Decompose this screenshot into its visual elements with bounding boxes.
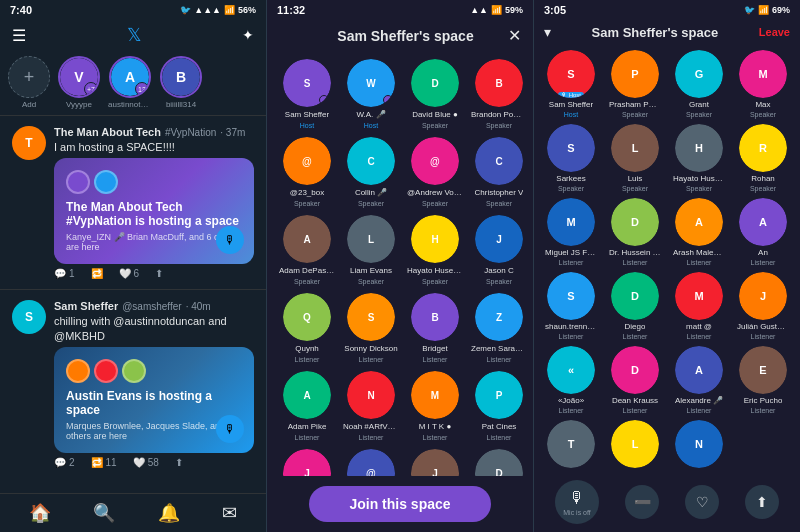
p3-avatar-wrap: J	[739, 272, 787, 320]
card-avatar	[94, 359, 118, 383]
reply-action-1[interactable]: 💬 1	[54, 268, 75, 279]
signal-icon-p3: 📶	[758, 5, 769, 15]
space-item-2[interactable]: B biiiilll314	[160, 56, 202, 109]
participant-name: @23_box	[290, 188, 324, 197]
participant-role: Speaker	[486, 278, 512, 285]
nav-search[interactable]: 🔍	[93, 502, 115, 524]
tweet-1[interactable]: T The Man About Tech #VypNation · 37m I …	[0, 118, 266, 287]
p3-avatar-wrap: R	[739, 124, 787, 172]
nav-notifications[interactable]: 🔔	[158, 502, 180, 524]
p3-participant-item: T Tyler Ashford Listener	[542, 420, 600, 472]
p3-name: Prasham Parikh	[609, 100, 661, 109]
p3-participant-item: M Miguel JS FerreiraD Listener	[542, 198, 600, 266]
share-action-2[interactable]: ⬆	[175, 457, 183, 468]
participant-role: Listener	[359, 356, 384, 363]
leave-button[interactable]: Leave	[759, 26, 790, 38]
space-item-1[interactable]: A 13 austinnotduncan	[108, 56, 152, 109]
mic-button[interactable]: 🎙 Mic is off	[555, 480, 599, 524]
nav-home[interactable]: 🏠	[29, 502, 51, 524]
share-action-1[interactable]: ⬆	[155, 268, 163, 279]
p3-participant-item: A Alexandre 🎤 Listener	[670, 346, 728, 414]
participant-name: Adam Pike	[288, 422, 327, 431]
share-button[interactable]: ⬆	[745, 485, 779, 519]
tweet-avatar-1: T	[12, 126, 46, 160]
p3-avatar-wrap: N	[675, 420, 723, 468]
join-space-button[interactable]: Join this space	[309, 486, 490, 522]
p3-name: matt @	[686, 322, 712, 331]
reply-action-2[interactable]: 💬 2	[54, 457, 75, 468]
participant-avatar-wrap: L	[347, 215, 395, 263]
menu-icon[interactable]: ☰	[12, 26, 26, 45]
p3-role: Host	[564, 111, 578, 118]
participant-item: P Pat Cines Listener	[471, 371, 527, 441]
p3-name: Dr. Hussein Elzei...	[609, 248, 661, 257]
p3-role: Listener	[623, 333, 648, 340]
p3-avatar-wrap: T	[547, 420, 595, 468]
retweet-action-1[interactable]: 🔁	[91, 268, 103, 279]
p3-avatar: J	[739, 272, 787, 320]
space-add-item[interactable]: + Add	[8, 56, 50, 109]
participant-name: @Andrew Voirol ●	[407, 188, 463, 197]
space-item-0[interactable]: V +7 Vyyype	[58, 56, 100, 109]
time-p1: 7:40	[10, 4, 32, 16]
p3-participant-item: M matt @ Listener	[670, 272, 728, 340]
tweet-name-1: The Man About Tech	[54, 126, 161, 138]
card-avatar	[122, 359, 146, 383]
participant-role: Listener	[359, 434, 384, 441]
p3-participant-item: L Lee Robards... Listener	[606, 420, 664, 472]
participant-item: @ @23_box Speaker	[279, 137, 335, 207]
time-p3: 3:05	[544, 4, 566, 16]
participant-role: Speaker	[422, 200, 448, 207]
like-action-1[interactable]: 🤍 6	[119, 268, 140, 279]
chevron-down-icon[interactable]: ▾	[544, 24, 551, 40]
sparkle-icon[interactable]: ✦	[242, 27, 254, 43]
participant-avatar-wrap: @	[283, 137, 331, 185]
participant-name: Noah #ARfVRf...	[343, 422, 399, 431]
card-participants-1	[66, 170, 242, 194]
participant-name: Hayato Huseman	[407, 266, 463, 275]
participant-role: Speaker	[294, 200, 320, 207]
p3-role: Speaker	[686, 111, 712, 118]
minus-button[interactable]: ➖	[625, 485, 659, 519]
like-action-2[interactable]: 🤍 58	[133, 457, 159, 468]
participant-avatar: H	[411, 215, 459, 263]
space-label-0: Vyyype	[66, 100, 92, 109]
space-card-1[interactable]: The Man About Tech #VypNation is hosting…	[54, 158, 254, 264]
participant-role: Host	[364, 122, 378, 129]
participant-item: H Hayato Huseman Speaker	[407, 215, 463, 285]
p3-name: Dean Krauss	[612, 396, 658, 405]
participant-avatar: B	[411, 293, 459, 341]
p3-role: Listener	[751, 407, 776, 414]
retweet-action-2[interactable]: 🔁 11	[91, 457, 117, 468]
nav-messages[interactable]: ✉	[222, 502, 237, 524]
participant-role: Listener	[423, 434, 448, 441]
participant-avatar: P	[475, 371, 523, 419]
panel-twitter-feed: 7:40 🐦 ▲▲▲ 📶 56% ☰ 𝕏 ✦ + Add V +7 Vyyype	[0, 0, 267, 532]
add-space-btn[interactable]: +	[8, 56, 50, 98]
p3-participant-item: D Dr. Hussein Elzei... Listener	[606, 198, 664, 266]
tweet-2[interactable]: S Sam Sheffer @samsheffer · 40m chilling…	[0, 292, 266, 476]
battery-p1: 56%	[238, 5, 256, 15]
p3-name: Grant	[689, 100, 709, 109]
p3-role: Listener	[559, 259, 584, 266]
p3-avatar: E	[739, 346, 787, 394]
heart-button[interactable]: ♡	[685, 485, 719, 519]
space-card-2[interactable]: Austin Evans is hosting a space Marques …	[54, 347, 254, 453]
p3-avatar: L	[611, 124, 659, 172]
participant-avatar-wrap: J	[283, 449, 331, 476]
p3-participant-item: S shaun.trennery.c... Listener	[542, 272, 600, 340]
card-mic-2[interactable]: 🎙	[216, 415, 244, 443]
participant-role: Listener	[295, 356, 320, 363]
participant-item: M M I T K ● Listener	[407, 371, 463, 441]
participant-avatar: S	[347, 293, 395, 341]
participant-item: S Sam Sheffer Host	[279, 59, 335, 129]
p3-avatar: M	[675, 272, 723, 320]
p3-avatar: D	[611, 346, 659, 394]
space-label-2: biiiilll314	[166, 100, 196, 109]
close-icon[interactable]: ✕	[508, 26, 521, 45]
p3-participant-item: A Arash Malek 🎤 Listener	[670, 198, 728, 266]
p3-role: Speaker	[622, 111, 648, 118]
p3-avatar: A	[675, 346, 723, 394]
space-label-1: austinnotduncan	[108, 100, 152, 109]
participant-item: J Justin Rogers ... Listener	[279, 449, 335, 476]
